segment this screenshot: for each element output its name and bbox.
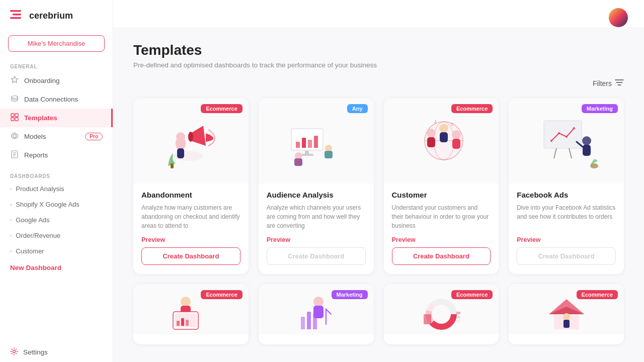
sidebar-item-templates[interactable]: Templates: [0, 109, 113, 127]
workspace-button[interactable]: Mike's Merchandise: [8, 35, 105, 52]
svg-point-79: [563, 313, 570, 320]
svg-rect-64: [186, 320, 189, 326]
card-image-7: Ecommerce: [384, 284, 499, 334]
svg-rect-62: [177, 321, 180, 326]
sidebar-item-models-label: Models: [24, 133, 46, 140]
general-section-label: GENERAL: [0, 60, 113, 71]
svg-rect-7: [15, 118, 18, 121]
svg-point-49: [558, 132, 560, 134]
svg-rect-31: [301, 154, 313, 156]
svg-rect-76: [456, 316, 460, 318]
svg-rect-4: [11, 114, 14, 117]
card-image-abandonment: Ecommerce: [133, 98, 249, 184]
svg-rect-44: [452, 139, 460, 149]
svg-rect-33: [294, 158, 302, 166]
card-preview-customer[interactable]: Preview: [392, 236, 491, 243]
sidebar-item-customer[interactable]: › Customer: [0, 243, 113, 259]
sidebar-item-product-analysis[interactable]: › Product Analysis: [0, 181, 113, 197]
svg-rect-0: [10, 10, 21, 12]
svg-point-41: [439, 124, 448, 133]
chevron-icon: ›: [10, 186, 12, 192]
svg-point-14: [13, 350, 16, 353]
sidebar-item-data-connections[interactable]: Data Connections: [0, 90, 113, 109]
user-avatar[interactable]: [609, 8, 628, 27]
sidebar-item-order-revenue[interactable]: › Order/Revenue: [0, 228, 113, 243]
card-desc-abandonment: Analyze how many customers are abandonin…: [141, 203, 240, 230]
create-dashboard-button-customer[interactable]: Create Dashboard: [392, 247, 491, 265]
card-customer: Ecommerce: [384, 98, 499, 274]
sidebar-item-reports[interactable]: Reports: [0, 146, 113, 164]
svg-text:♬: ♬: [450, 121, 454, 127]
filter-icon[interactable]: [615, 79, 624, 88]
svg-point-50: [566, 136, 568, 138]
svg-rect-67: [301, 317, 305, 329]
create-dashboard-button-abandonment[interactable]: Create Dashboard: [141, 247, 240, 265]
sidebar-dash-item-label: Product Analysis: [16, 185, 64, 193]
pro-badge: Pro: [85, 133, 103, 140]
models-icon: [10, 132, 19, 141]
sidebar-item-shopify-google[interactable]: › Shopify X Google Ads: [0, 197, 113, 212]
card-preview-facebook[interactable]: Preview: [517, 236, 616, 243]
sidebar-dash-item-label: Customer: [16, 247, 44, 255]
chevron-icon: ›: [10, 202, 12, 207]
page-subtitle: Pre-defined and optimised dashboards to …: [133, 61, 624, 69]
dashboards-section-label: DASHBOARDS: [0, 169, 113, 181]
card-preview-abandonment[interactable]: Preview: [141, 236, 240, 243]
sidebar-item-onboarding[interactable]: Onboarding: [0, 71, 113, 90]
svg-point-21: [176, 132, 185, 141]
card-5: Ecommerce: [133, 284, 249, 344]
badge-marketing-facebook: Marketing: [582, 104, 618, 113]
svg-point-32: [295, 152, 302, 159]
badge-ecommerce-5: Ecommerce: [201, 290, 242, 299]
new-dashboard-button[interactable]: New Dashboard: [0, 259, 113, 277]
app-name: cerebrium: [29, 11, 73, 21]
sidebar-dash-item-label: Google Ads: [16, 216, 49, 224]
svg-rect-42: [440, 132, 448, 142]
logo-icon: [10, 9, 24, 22]
card-body-abandonment: Abandonment Analyze how many customers a…: [133, 184, 249, 230]
svg-point-54: [582, 136, 591, 145]
svg-rect-23: [171, 163, 174, 168]
card-desc-audience: Analyze which channels your users are co…: [267, 203, 366, 230]
card-image-customer: Ecommerce: [384, 98, 499, 184]
svg-rect-77: [456, 320, 460, 322]
svg-point-3: [12, 96, 18, 99]
svg-rect-55: [583, 145, 591, 156]
svg-rect-6: [11, 118, 14, 121]
card-image-audience: Any: [259, 98, 374, 184]
filters-label: Filters: [593, 79, 612, 87]
card-6: Marketing: [259, 284, 374, 344]
svg-rect-28: [308, 140, 312, 148]
sidebar-item-models[interactable]: Models Pro: [0, 127, 113, 146]
svg-rect-74: [424, 314, 431, 324]
svg-point-65: [313, 297, 324, 307]
sidebar-item-data-connections-label: Data Connections: [24, 96, 78, 103]
card-body-audience: Audience Analysis Analyze which channels…: [259, 184, 374, 230]
card-audience-analysis: Any: [259, 98, 374, 274]
svg-rect-1: [13, 14, 21, 16]
badge-ecommerce-8: Ecommerce: [577, 290, 618, 299]
card-desc-facebook: Dive into your Facebook Ad statistics an…: [517, 203, 616, 230]
logo: cerebrium: [0, 0, 113, 31]
svg-rect-35: [325, 151, 333, 158]
sidebar-item-google-ads[interactable]: › Google Ads: [0, 212, 113, 228]
main-content: Templates Pre-defined and optimised dash…: [113, 0, 644, 362]
sidebar-item-settings[interactable]: Settings: [0, 342, 113, 362]
card-image-8: Ecommerce: [509, 284, 624, 334]
svg-rect-40: [427, 137, 435, 147]
svg-rect-20: [177, 148, 184, 158]
card-7: Ecommerce: [384, 284, 499, 344]
card-title-customer: Customer: [392, 191, 491, 199]
card-title-audience: Audience Analysis: [267, 191, 366, 199]
card-preview-audience[interactable]: Preview: [267, 236, 366, 243]
settings-icon: [10, 347, 18, 357]
templates-icon: [10, 113, 19, 123]
svg-marker-9: [13, 134, 16, 138]
badge-ecommerce: Ecommerce: [201, 104, 242, 113]
svg-rect-2: [10, 17, 21, 19]
sidebar-item-reports-label: Reports: [24, 151, 48, 159]
filters-row: Filters: [133, 79, 624, 88]
svg-line-52: [554, 148, 556, 158]
templates-grid: Ecommerce: [133, 98, 624, 344]
chevron-icon: ›: [10, 233, 12, 238]
